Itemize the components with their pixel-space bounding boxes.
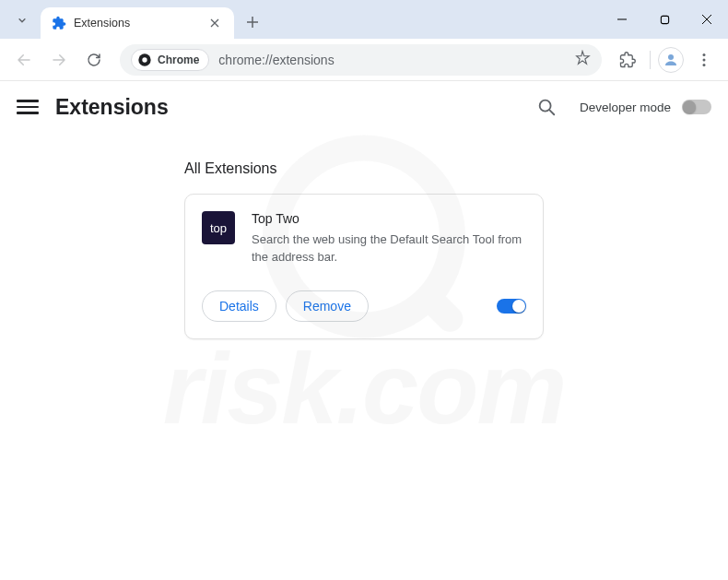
more-vertical-icon	[697, 53, 711, 67]
close-icon	[210, 18, 219, 28]
close-icon	[701, 14, 712, 25]
svg-point-2	[142, 57, 147, 62]
tab-close-button[interactable]	[206, 15, 223, 31]
new-tab-button[interactable]	[240, 9, 265, 35]
close-window-button[interactable]	[686, 0, 728, 39]
developer-mode-toggle[interactable]	[682, 100, 711, 114]
star-icon	[574, 50, 591, 66]
hamburger-line-icon	[17, 100, 39, 102]
browser-tab[interactable]: Extensions	[41, 7, 234, 39]
svg-point-5	[703, 58, 706, 61]
back-button[interactable]	[9, 45, 39, 75]
section-title: All Extensions	[184, 160, 728, 177]
extension-card-actions: Details Remove	[202, 290, 526, 322]
hamburger-line-icon	[17, 106, 39, 109]
extension-card-top: top Top Two Search the web using the Def…	[202, 211, 526, 266]
window-titlebar: Extensions	[0, 0, 728, 39]
forward-button[interactable]	[44, 45, 74, 75]
svg-point-3	[668, 54, 674, 60]
watermark-text: risk.com	[163, 328, 565, 445]
reload-button[interactable]	[79, 45, 109, 75]
extension-info: Top Two Search the web using the Default…	[252, 211, 526, 266]
svg-point-7	[540, 101, 551, 112]
menu-button[interactable]	[689, 45, 719, 75]
search-icon	[536, 97, 557, 117]
menu-toggle-button[interactable]	[17, 96, 39, 118]
reload-icon	[86, 52, 102, 68]
details-button[interactable]: Details	[202, 290, 276, 322]
maximize-button[interactable]	[643, 0, 686, 39]
minimize-icon	[616, 14, 628, 25]
window-controls	[601, 0, 728, 39]
extension-app-icon: top	[202, 211, 235, 244]
chrome-icon	[137, 53, 152, 67]
extension-icon	[52, 16, 66, 30]
developer-mode-control: Developer mode	[580, 100, 711, 114]
toolbar-divider	[650, 51, 651, 69]
hamburger-line-icon	[17, 112, 39, 114]
developer-mode-label: Developer mode	[580, 101, 671, 114]
remove-button[interactable]: Remove	[286, 290, 369, 322]
page-title: Extensions	[55, 95, 513, 120]
extensions-button[interactable]	[613, 45, 642, 75]
tab-search-button[interactable]	[7, 6, 37, 35]
arrow-right-icon	[51, 52, 67, 68]
svg-rect-0	[661, 16, 668, 23]
profile-button[interactable]	[658, 47, 684, 73]
minimize-button[interactable]	[601, 0, 643, 39]
person-icon	[663, 52, 679, 68]
arrow-left-icon	[16, 52, 32, 68]
url-text: chrome://extensions	[218, 53, 565, 67]
bookmark-button[interactable]	[574, 50, 591, 70]
svg-point-6	[703, 64, 706, 66]
site-chip[interactable]: Chrome	[131, 49, 209, 71]
puzzle-icon	[619, 52, 636, 68]
search-button[interactable]	[530, 90, 563, 124]
extension-description: Search the web using the Default Search …	[252, 231, 526, 266]
extension-card: top Top Two Search the web using the Def…	[184, 194, 544, 339]
chevron-down-icon	[16, 14, 29, 27]
extension-name: Top Two	[252, 211, 526, 226]
maximize-icon	[660, 15, 670, 25]
extensions-content: All Extensions top Top Two Search the we…	[0, 133, 728, 339]
address-bar[interactable]: Chrome chrome://extensions	[120, 44, 602, 76]
plus-icon	[246, 16, 259, 29]
page-header: Extensions Developer mode	[0, 81, 728, 133]
tab-title: Extensions	[74, 17, 199, 30]
extension-enable-toggle[interactable]	[497, 299, 526, 314]
site-chip-label: Chrome	[158, 53, 199, 66]
svg-point-4	[703, 53, 706, 56]
browser-toolbar: Chrome chrome://extensions	[0, 39, 728, 81]
